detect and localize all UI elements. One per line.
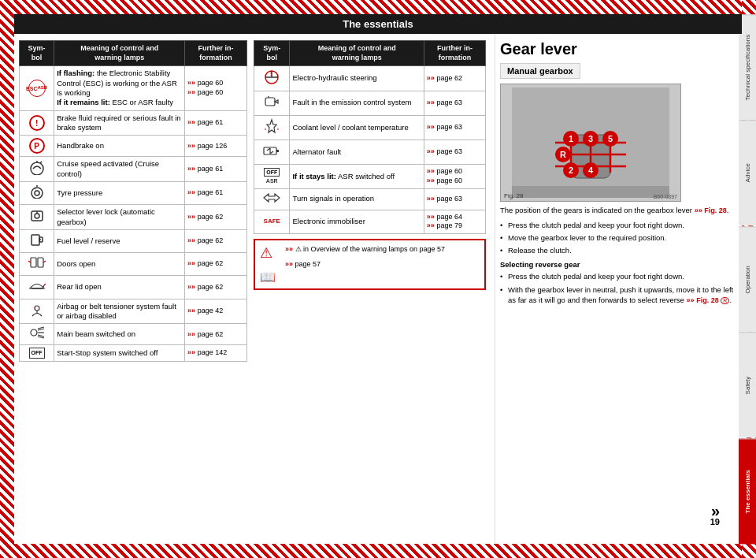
symbol-tyre: ! [20,182,54,205]
meaning-emission: Fault in the emission control system [290,91,424,115]
table-row: P Handbrake on »» page 126 [20,136,247,157]
meaning-airbag: Airbag or belt tensioner system fault or… [54,299,185,324]
meaning-brake: Brake fluid required or serious fault in… [54,110,185,136]
stripe-border-bottom [0,544,756,558]
right-col-further: Further in-formation [424,41,485,66]
right-col-symbol: Sym-bol [254,41,290,66]
meaning-cruise: Cruise speed activated (Cruise control) [54,157,185,182]
table-row: ! Tyre pressure »» page 61 [20,182,247,205]
further-rear-lid: »» page 62 [185,276,247,299]
symbol-alternator [254,140,290,164]
symbol-airbag: ! [20,299,54,324]
svg-text:2: 2 [569,166,573,175]
table-row: Coolant level / coolant temperature »» p… [254,115,486,140]
meaning-turn-signals: Turn signals in operation [290,188,424,210]
symbol-selector [20,205,54,230]
gear-bullet-1: Press the clutch pedal and keep your foo… [500,220,737,230]
gear-title: Gear lever [500,40,737,58]
meaning-steering: Electro-hydraulic steering [290,66,424,91]
table-row: Rear lid open »» page 62 [20,276,247,299]
further-handbrake: »» page 126 [185,136,247,157]
svg-rect-61 [512,186,669,198]
table-row: Fault in the emission control system »» … [254,91,486,115]
left-table-wrapper: Sym-bol Meaning of control andwarning la… [19,40,247,539]
svg-rect-36 [276,150,279,152]
left-col-meaning: Meaning of control andwarning lamps [54,41,185,66]
meaning-asr: If it stays lit: ASR switched off [290,165,424,188]
page-number: 19 [710,518,720,526]
symbol-main-beam [20,324,54,345]
svg-text:3: 3 [588,134,593,143]
right-table-wrapper: Sym-bol Meaning of control andwarning la… [254,40,486,539]
right-symbol-table: Sym-bol Meaning of control andwarning la… [254,40,486,234]
table-row: SAFE Electronic immobiliser »» page 64»»… [254,210,486,233]
symbol-handbrake: P [20,136,54,157]
gear-diagram-svg: 1 3 5 R 2 4 [512,87,669,198]
manual-gearbox-label: Manual gearbox [500,63,580,79]
table-row: ! Airbag or belt tensioner system fault … [20,299,247,324]
svg-text:!: ! [270,71,272,76]
reverse-bullet-2: With the gearbox lever in neutral, push … [500,285,737,306]
table-row: Doors open »» page 62 [20,253,247,276]
table-row: Selector lever lock (automatic gearbox) … [20,205,247,230]
content-area: Sym-bol Meaning of control andwarning la… [14,34,742,544]
meaning-start-stop: Start-Stop system switched off [54,345,185,361]
further-asr: »» page 60»» page 60 [424,165,485,188]
symbol-coolant [254,115,290,140]
meaning-fuel: Fuel level / reserve [54,230,185,253]
svg-line-2 [40,162,42,163]
further-immobiliser: »» page 64»» page 79 [424,210,485,233]
table-row: Cruise speed activated (Cruise control) … [20,157,247,182]
warning-triangle-icon: ⚠ [260,244,279,262]
gear-image: 1 3 5 R 2 4 Fig. 28 [500,84,681,202]
svg-text:1: 1 [569,134,573,143]
left-symbol-table: Sym-bol Meaning of control andwarning la… [19,40,247,362]
svg-text:R: R [560,150,566,159]
meaning-handbrake: Handbrake on [54,136,185,157]
selecting-reverse-title: Selecting reverse gear [500,260,737,269]
main-content: The essentials Sym-bol Meaning of contro… [14,14,742,544]
further-steering: »» page 62 [424,66,485,91]
table-row: ! Brake fluid required or serious fault … [20,110,247,136]
symbol-emission [254,91,290,115]
further-doors: »» page 62 [185,253,247,276]
symbol-cruise [20,157,54,182]
symbol-immobiliser: SAFE [254,210,290,233]
symbol-fuel [20,230,54,253]
table-row: Fuel level / reserve »» page 62 [20,230,247,253]
warning-box: ⚠ 📖 »» ⚠ in Overview of the warning lamp… [254,239,486,290]
further-start-stop: »» page 142 [185,345,247,361]
svg-text:!: ! [35,187,36,192]
warning-text: »» ⚠ in Overview of the warning lamps on… [285,244,445,269]
symbol-asr: OFF ASR [254,165,290,188]
svg-rect-31 [265,98,275,106]
further-tyre: »» page 61 [185,182,247,205]
further-fuel: »» page 62 [185,230,247,253]
svg-line-17 [44,284,46,285]
svg-text:4: 4 [588,166,594,175]
symbol-steering: ! [254,66,290,91]
svg-text:!: ! [35,305,35,310]
further-brake: »» page 61 [185,110,247,136]
meaning-alternator: Alternator fault [290,140,424,164]
svg-text:5: 5 [608,134,613,143]
further-emission: »» page 63 [424,91,485,115]
fig-number: B60-0397 [654,194,677,199]
meaning-immobiliser: Electronic immobiliser [290,210,424,233]
symbol-start-stop: OFF [20,345,54,361]
gear-bullet-2: Move the gearbox lever to the required p… [500,232,737,243]
svg-rect-10 [32,235,39,245]
meaning-rear-lid: Rear lid open [54,276,185,299]
further-airbag: »» page 42 [185,299,247,324]
table-row: Turn signals in operation »» page 63 [254,188,486,210]
table-row: OFF ASR If it stays lit: ASR switched of… [254,165,486,188]
warning-line1: »» ⚠ in Overview of the warning lamps on… [285,244,445,255]
right-area: Gear lever Manual gearbox [495,34,742,544]
warning-line2: »» page 57 [285,259,445,270]
symbol-doors [20,253,54,276]
further-cruise: »» page 61 [185,157,247,182]
svg-rect-14 [38,258,43,267]
further-turn-signals: »» page 63 [424,188,485,210]
svg-marker-40 [264,194,280,202]
symbol-brake: ! [20,110,54,136]
